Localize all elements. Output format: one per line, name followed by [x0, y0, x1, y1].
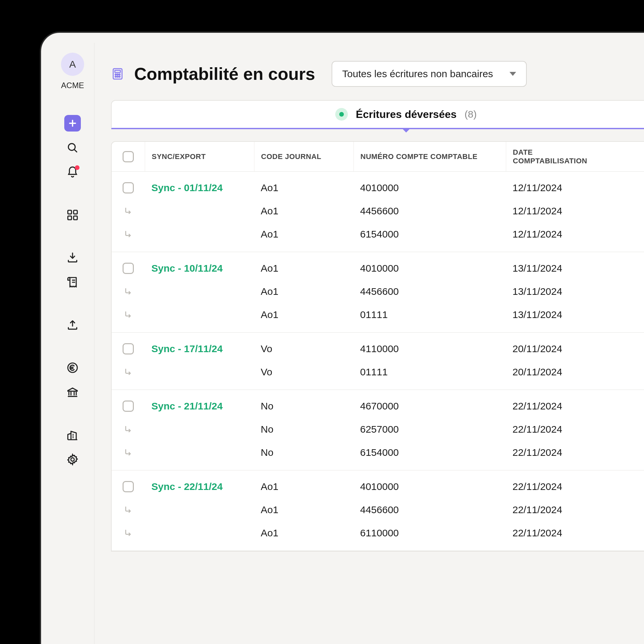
cell-journal: Ao1 — [254, 229, 353, 240]
cell-account: 4670000 — [353, 401, 506, 412]
nav-upload[interactable] — [64, 317, 81, 333]
nav-euro[interactable] — [64, 359, 81, 376]
org-name: ACME — [61, 81, 84, 90]
cell-journal: Ao1 — [254, 182, 353, 193]
cell-date: 22/11/2024 — [506, 504, 605, 515]
cell-checkbox — [112, 182, 145, 193]
child-arrow-icon — [123, 229, 133, 239]
cell-checkbox — [112, 343, 145, 354]
table-row[interactable]: Ao1611000022/11/2024 — [112, 521, 644, 545]
notifications-button[interactable] — [64, 164, 81, 181]
app-window: A ACME — [51, 43, 644, 644]
svg-rect-1 — [68, 210, 72, 214]
table-row[interactable]: Ao1615400012/11/2024 — [112, 223, 644, 246]
svg-point-11 — [119, 74, 120, 75]
col-checkbox — [112, 142, 145, 171]
cell-checkbox — [112, 424, 145, 434]
svg-rect-4 — [74, 216, 77, 220]
cell-account: 6154000 — [353, 447, 506, 458]
table-row[interactable]: Sync - 22/11/24Ao1401000022/11/2024 — [112, 475, 644, 498]
table-row[interactable]: Ao10111113/11/2024 — [112, 303, 644, 326]
org-avatar-letter: A — [69, 59, 76, 70]
device-frame: A ACME — [40, 31, 644, 644]
select-all-checkbox[interactable] — [123, 151, 134, 162]
table-row[interactable]: Ao1445660013/11/2024 — [112, 280, 644, 303]
svg-rect-8 — [115, 70, 121, 73]
main-content: Comptabilité en cours Toutes les écritur… — [94, 43, 644, 644]
cell-journal: Ao1 — [254, 527, 353, 539]
table-body: Sync - 01/11/24Ao1401000012/11/2024Ao144… — [112, 172, 644, 551]
cell-account: 01111 — [353, 366, 506, 378]
cell-checkbox — [112, 310, 145, 320]
svg-point-14 — [119, 76, 120, 77]
search-button[interactable] — [64, 139, 81, 156]
table-row[interactable]: No625700022/11/2024 — [112, 418, 644, 441]
euro-icon — [66, 361, 79, 374]
col-sync[interactable]: SYNC/EXPORT — [145, 142, 254, 171]
table-row[interactable]: Sync - 21/11/24No467000022/11/2024 — [112, 395, 644, 418]
nav-download[interactable] — [64, 249, 81, 266]
cell-sync: Sync - 17/11/24 — [145, 343, 254, 354]
table-group: Sync - 01/11/24Ao1401000012/11/2024Ao144… — [112, 172, 644, 252]
cell-checkbox — [112, 229, 145, 239]
table-row[interactable]: Sync - 10/11/24Ao1401000013/11/2024 — [112, 257, 644, 280]
table-row[interactable]: Sync - 17/11/24Vo411000020/11/2024 — [112, 337, 644, 360]
cell-account: 01111 — [353, 309, 506, 320]
nav-bank[interactable] — [64, 384, 81, 401]
sync-label: Sync - 10/11/24 — [151, 263, 223, 274]
calculator-icon — [111, 67, 124, 81]
filter-dropdown-label: Toutes les écritures non bancaires — [342, 68, 493, 80]
cell-journal: Vo — [254, 343, 353, 354]
cell-sync: Sync - 21/11/24 — [145, 401, 254, 412]
cell-date: 22/11/2024 — [506, 401, 605, 412]
cell-account: 4010000 — [353, 263, 506, 274]
table-row[interactable]: Sync - 01/11/24Ao1401000012/11/2024 — [112, 176, 644, 199]
cell-journal: Vo — [254, 366, 353, 378]
tab-active[interactable]: Écritures déversées (8) — [111, 100, 644, 129]
table-group: Sync - 17/11/24Vo411000020/11/2024Vo0111… — [112, 333, 644, 390]
child-arrow-icon — [123, 287, 133, 296]
col-journal[interactable]: CODE JOURNAL — [254, 142, 353, 171]
svg-point-9 — [115, 74, 116, 75]
nav-company[interactable] — [64, 427, 81, 443]
row-checkbox[interactable] — [123, 481, 134, 492]
org-avatar[interactable]: A — [61, 53, 84, 76]
receipt-icon — [66, 276, 79, 289]
cell-date: 22/11/2024 — [506, 447, 605, 458]
child-arrow-icon — [123, 424, 133, 434]
table-group: Sync - 22/11/24Ao1401000022/11/2024Ao144… — [112, 470, 644, 551]
col-date[interactable]: DATE COMPTABILISATION — [506, 142, 605, 171]
table-row[interactable]: Ao1445660012/11/2024 — [112, 199, 644, 223]
chevron-down-icon — [510, 72, 516, 76]
cell-checkbox — [112, 206, 145, 216]
row-checkbox[interactable] — [123, 182, 134, 193]
row-checkbox[interactable] — [123, 343, 134, 354]
add-button[interactable] — [64, 115, 81, 132]
cell-journal: No — [254, 401, 353, 412]
cell-checkbox — [112, 448, 145, 457]
table-row[interactable]: No615400022/11/2024 — [112, 441, 644, 464]
row-checkbox[interactable] — [123, 263, 134, 274]
cell-date: 20/11/2024 — [506, 343, 605, 354]
child-arrow-icon — [123, 206, 133, 216]
entries-table: SYNC/EXPORT CODE JOURNAL NUMÉRO COMPTE C… — [111, 141, 644, 552]
row-checkbox[interactable] — [123, 401, 134, 412]
cell-date: 12/11/2024 — [506, 205, 605, 217]
col-account[interactable]: NUMÉRO COMPTE COMPTABLE — [353, 142, 506, 171]
cell-date: 22/11/2024 — [506, 424, 605, 435]
table-row[interactable]: Vo0111120/11/2024 — [112, 360, 644, 384]
bank-icon — [66, 386, 79, 399]
cell-account: 6257000 — [353, 424, 506, 435]
cell-journal: Ao1 — [254, 263, 353, 274]
table-row[interactable]: Ao1445660022/11/2024 — [112, 498, 644, 521]
nav-apps[interactable] — [64, 207, 81, 223]
cell-sync: Sync - 22/11/24 — [145, 481, 254, 492]
cell-sync: Sync - 10/11/24 — [145, 263, 254, 274]
nav-receipts[interactable] — [64, 274, 81, 291]
nav-settings[interactable] — [64, 451, 81, 468]
sync-label: Sync - 01/11/24 — [151, 182, 223, 193]
cell-date: 12/11/2024 — [506, 182, 605, 193]
svg-rect-3 — [68, 216, 72, 220]
filter-dropdown[interactable]: Toutes les écritures non bancaires — [332, 61, 527, 87]
cell-account: 6154000 — [353, 229, 506, 240]
